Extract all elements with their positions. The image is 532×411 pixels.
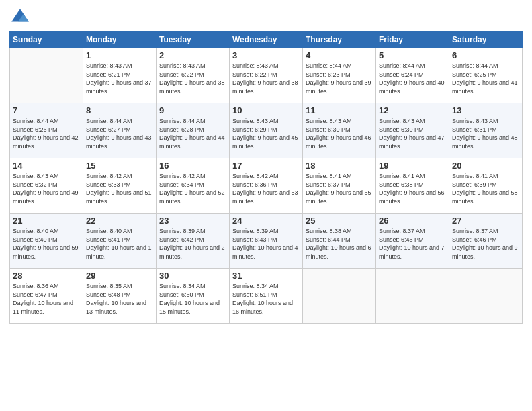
day-cell: 25Sunrise: 8:38 AM Sunset: 6:44 PM Dayli… — [303, 214, 376, 269]
day-cell: 30Sunrise: 8:34 AM Sunset: 6:50 PM Dayli… — [157, 269, 230, 324]
day-info: Sunrise: 8:43 AM Sunset: 6:31 PM Dayligh… — [452, 117, 519, 150]
day-number: 18 — [306, 161, 373, 171]
day-number: 4 — [306, 50, 373, 60]
day-cell: 20Sunrise: 8:41 AM Sunset: 6:39 PM Dayli… — [449, 158, 523, 214]
day-info: Sunrise: 8:42 AM Sunset: 6:33 PM Dayligh… — [86, 172, 153, 205]
day-info: Sunrise: 8:43 AM Sunset: 6:22 PM Dayligh… — [159, 62, 226, 95]
day-info: Sunrise: 8:40 AM Sunset: 6:40 PM Dayligh… — [13, 227, 80, 261]
day-number: 22 — [86, 216, 153, 226]
logo — [9, 7, 34, 28]
day-info: Sunrise: 8:44 AM Sunset: 6:23 PM Dayligh… — [306, 62, 373, 95]
col-header-saturday: Saturday — [449, 32, 523, 48]
day-cell: 9Sunrise: 8:44 AM Sunset: 6:28 PM Daylig… — [157, 103, 230, 158]
day-info: Sunrise: 8:41 AM Sunset: 6:38 PM Dayligh… — [379, 172, 446, 205]
week-row-5: 28Sunrise: 8:36 AM Sunset: 6:47 PM Dayli… — [10, 269, 523, 324]
header — [9, 7, 523, 28]
day-info: Sunrise: 8:34 AM Sunset: 6:50 PM Dayligh… — [159, 282, 226, 316]
day-info: Sunrise: 8:41 AM Sunset: 6:39 PM Dayligh… — [452, 172, 519, 205]
col-header-monday: Monday — [83, 32, 157, 48]
day-number: 6 — [452, 50, 519, 60]
day-cell — [10, 48, 83, 103]
day-number: 17 — [232, 161, 300, 171]
week-row-4: 21Sunrise: 8:40 AM Sunset: 6:40 PM Dayli… — [10, 214, 523, 269]
day-info: Sunrise: 8:43 AM Sunset: 6:30 PM Dayligh… — [306, 117, 373, 150]
day-cell: 21Sunrise: 8:40 AM Sunset: 6:40 PM Dayli… — [10, 214, 83, 269]
day-number: 30 — [159, 271, 226, 281]
day-cell: 26Sunrise: 8:37 AM Sunset: 6:45 PM Dayli… — [376, 214, 449, 269]
day-info: Sunrise: 8:43 AM Sunset: 6:32 PM Dayligh… — [13, 172, 80, 205]
day-cell: 7Sunrise: 8:44 AM Sunset: 6:26 PM Daylig… — [10, 103, 83, 158]
day-info: Sunrise: 8:42 AM Sunset: 6:34 PM Dayligh… — [159, 172, 226, 205]
day-cell: 19Sunrise: 8:41 AM Sunset: 6:38 PM Dayli… — [376, 158, 449, 214]
day-number: 23 — [159, 216, 226, 226]
logo-icon — [9, 7, 31, 28]
day-cell: 18Sunrise: 8:41 AM Sunset: 6:37 PM Dayli… — [303, 158, 376, 214]
day-number: 7 — [13, 105, 80, 116]
day-info: Sunrise: 8:43 AM Sunset: 6:30 PM Dayligh… — [379, 117, 446, 150]
day-cell — [449, 269, 523, 324]
day-number: 3 — [232, 50, 300, 60]
day-number: 12 — [379, 105, 446, 116]
header-row: SundayMondayTuesdayWednesdayThursdayFrid… — [10, 32, 523, 48]
day-info: Sunrise: 8:43 AM Sunset: 6:22 PM Dayligh… — [232, 62, 300, 95]
day-number: 25 — [306, 216, 373, 226]
day-cell — [303, 269, 376, 324]
day-info: Sunrise: 8:34 AM Sunset: 6:51 PM Dayligh… — [232, 282, 300, 316]
day-info: Sunrise: 8:43 AM Sunset: 6:29 PM Dayligh… — [232, 117, 300, 150]
day-number: 1 — [86, 50, 153, 60]
col-header-sunday: Sunday — [10, 32, 83, 48]
day-number: 10 — [232, 105, 300, 116]
week-row-3: 14Sunrise: 8:43 AM Sunset: 6:32 PM Dayli… — [10, 158, 523, 214]
day-number: 20 — [452, 161, 519, 171]
day-cell: 24Sunrise: 8:39 AM Sunset: 6:43 PM Dayli… — [230, 214, 303, 269]
day-number: 14 — [13, 161, 80, 171]
day-number: 29 — [86, 271, 153, 281]
day-number: 11 — [306, 105, 373, 116]
day-cell: 8Sunrise: 8:44 AM Sunset: 6:27 PM Daylig… — [83, 103, 157, 158]
day-number: 26 — [379, 216, 446, 226]
day-cell: 27Sunrise: 8:37 AM Sunset: 6:46 PM Dayli… — [449, 214, 523, 269]
day-cell: 22Sunrise: 8:40 AM Sunset: 6:41 PM Dayli… — [83, 214, 157, 269]
day-info: Sunrise: 8:41 AM Sunset: 6:37 PM Dayligh… — [306, 172, 373, 205]
day-cell: 31Sunrise: 8:34 AM Sunset: 6:51 PM Dayli… — [230, 269, 303, 324]
day-cell: 29Sunrise: 8:35 AM Sunset: 6:48 PM Dayli… — [83, 269, 157, 324]
day-cell: 11Sunrise: 8:43 AM Sunset: 6:30 PM Dayli… — [303, 103, 376, 158]
day-info: Sunrise: 8:43 AM Sunset: 6:21 PM Dayligh… — [86, 62, 153, 95]
day-number: 2 — [159, 50, 226, 60]
day-cell: 28Sunrise: 8:36 AM Sunset: 6:47 PM Dayli… — [10, 269, 83, 324]
col-header-tuesday: Tuesday — [157, 32, 230, 48]
day-info: Sunrise: 8:39 AM Sunset: 6:43 PM Dayligh… — [232, 227, 300, 261]
day-info: Sunrise: 8:36 AM Sunset: 6:47 PM Dayligh… — [13, 282, 80, 316]
day-number: 21 — [13, 216, 80, 226]
day-info: Sunrise: 8:44 AM Sunset: 6:25 PM Dayligh… — [452, 62, 519, 95]
day-cell: 12Sunrise: 8:43 AM Sunset: 6:30 PM Dayli… — [376, 103, 449, 158]
day-cell: 10Sunrise: 8:43 AM Sunset: 6:29 PM Dayli… — [230, 103, 303, 158]
week-row-1: 1Sunrise: 8:43 AM Sunset: 6:21 PM Daylig… — [10, 48, 523, 103]
day-info: Sunrise: 8:35 AM Sunset: 6:48 PM Dayligh… — [86, 282, 153, 316]
day-number: 24 — [232, 216, 300, 226]
day-cell: 13Sunrise: 8:43 AM Sunset: 6:31 PM Dayli… — [449, 103, 523, 158]
day-number: 19 — [379, 161, 446, 171]
day-info: Sunrise: 8:44 AM Sunset: 6:24 PM Dayligh… — [379, 62, 446, 95]
calendar-table: SundayMondayTuesdayWednesdayThursdayFrid… — [9, 31, 523, 324]
day-cell: 4Sunrise: 8:44 AM Sunset: 6:23 PM Daylig… — [303, 48, 376, 103]
day-number: 13 — [452, 105, 519, 116]
day-cell: 15Sunrise: 8:42 AM Sunset: 6:33 PM Dayli… — [83, 158, 157, 214]
day-cell: 5Sunrise: 8:44 AM Sunset: 6:24 PM Daylig… — [376, 48, 449, 103]
day-number: 15 — [86, 161, 153, 171]
day-info: Sunrise: 8:44 AM Sunset: 6:28 PM Dayligh… — [159, 117, 226, 150]
day-number: 27 — [452, 216, 519, 226]
col-header-wednesday: Wednesday — [230, 32, 303, 48]
day-cell: 2Sunrise: 8:43 AM Sunset: 6:22 PM Daylig… — [157, 48, 230, 103]
day-cell: 16Sunrise: 8:42 AM Sunset: 6:34 PM Dayli… — [157, 158, 230, 214]
day-info: Sunrise: 8:40 AM Sunset: 6:41 PM Dayligh… — [86, 227, 153, 261]
day-cell: 17Sunrise: 8:42 AM Sunset: 6:36 PM Dayli… — [230, 158, 303, 214]
day-number: 5 — [379, 50, 446, 60]
calendar-container: SundayMondayTuesdayWednesdayThursdayFrid… — [0, 0, 532, 328]
col-header-thursday: Thursday — [303, 32, 376, 48]
day-cell: 3Sunrise: 8:43 AM Sunset: 6:22 PM Daylig… — [230, 48, 303, 103]
day-number: 28 — [13, 271, 80, 281]
day-number: 9 — [159, 105, 226, 116]
day-info: Sunrise: 8:44 AM Sunset: 6:26 PM Dayligh… — [13, 117, 80, 150]
day-info: Sunrise: 8:37 AM Sunset: 6:45 PM Dayligh… — [379, 227, 446, 261]
